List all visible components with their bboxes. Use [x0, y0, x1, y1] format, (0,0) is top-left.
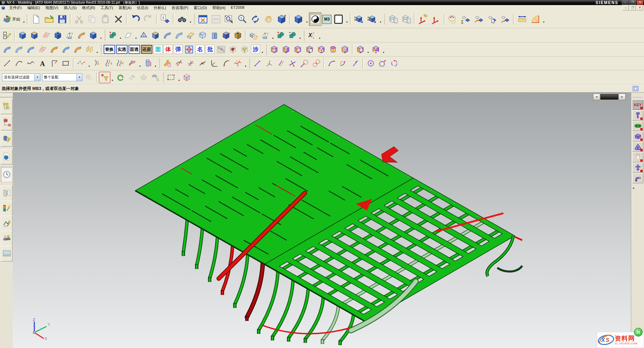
- flange-button[interactable]: [76, 30, 87, 41]
- join-curve-button[interactable]: [127, 58, 138, 69]
- thread-button[interactable]: [232, 30, 244, 41]
- palette-collapse-arrow[interactable]: ◂: [633, 186, 634, 190]
- tangent-circle-button[interactable]: [299, 58, 310, 69]
- undo-button[interactable]: [129, 12, 142, 26]
- spring-button[interactable]: 弹: [174, 45, 183, 54]
- toolbar-grip[interactable]: [193, 14, 195, 25]
- edit-spline-button[interactable]: [232, 58, 244, 69]
- pattern-curve-button-dropdown[interactable]: ▾: [119, 30, 122, 41]
- edit-spline-button-dropdown[interactable]: ▾: [244, 58, 247, 69]
- edit-section-button-dropdown[interactable]: ▾: [379, 13, 382, 25]
- close-window-button[interactable]: [196, 12, 209, 26]
- edit-curve-parameters-button[interactable]: [162, 58, 173, 69]
- part-navigator-tab[interactable]: [1, 131, 12, 147]
- mdi-close-button[interactable]: ✕: [637, 5, 643, 10]
- menu-文件F[interactable]: 文件(F): [6, 5, 25, 10]
- menu-格式R[interactable]: 格式(R): [79, 5, 98, 10]
- visualization-shortcuts-tab[interactable]: [1, 216, 12, 231]
- horizontal-scrollbar[interactable]: ◄ ►: [593, 93, 626, 100]
- mdi-restore-button[interactable]: ❐: [630, 5, 636, 10]
- subtract-button[interactable]: −: [287, 30, 298, 41]
- trim-curve-button[interactable]: [173, 58, 185, 69]
- red-cube-display-button[interactable]: [227, 44, 239, 55]
- measure-angle-button[interactable]: [529, 12, 542, 26]
- body-button[interactable]: 体: [164, 45, 173, 54]
- assembly-navigator-tab[interactable]: [1, 99, 12, 114]
- display-style-button[interactable]: [309, 12, 322, 26]
- wrap-curve-button[interactable]: [142, 58, 153, 69]
- arc-button[interactable]: [13, 58, 25, 69]
- rectangle-select-button-dropdown[interactable]: ▾: [177, 72, 181, 83]
- swept-surface-button[interactable]: [37, 44, 48, 55]
- move-face-button[interactable]: [269, 44, 280, 55]
- copy-feature-button[interactable]: [355, 44, 366, 55]
- roles-tab[interactable]: [1, 231, 12, 246]
- vector-button[interactable]: [350, 58, 361, 69]
- zoom-in-out-button[interactable]: ±: [236, 12, 249, 26]
- face-button[interactable]: 面: [153, 45, 163, 54]
- part-template-punch[interactable]: [632, 152, 643, 162]
- divide-curve-button[interactable]: [197, 58, 208, 69]
- arc-snap-button[interactable]: [326, 58, 337, 69]
- corner-snap-button[interactable]: [338, 58, 349, 69]
- menu-ET2008[interactable]: ET2008: [228, 5, 247, 10]
- snap-view-button[interactable]: [430, 12, 442, 26]
- linear-dimension-button-dropdown[interactable]: ▾: [382, 44, 385, 55]
- edge-blend-button[interactable]: [150, 30, 161, 41]
- toolbar-grip[interactable]: [163, 72, 164, 83]
- start-menu-button-dropdown[interactable]: ▾: [22, 13, 26, 25]
- measure-distance-button[interactable]: [516, 12, 529, 26]
- part-template-block[interactable]: [632, 131, 643, 141]
- start-menu-button[interactable]: 开始: [1, 13, 22, 25]
- window-minimize-button[interactable]: –: [622, 0, 629, 5]
- menu-编辑E[interactable]: 编辑(E): [25, 5, 43, 10]
- paste-face-button[interactable]: [304, 44, 315, 55]
- datum-plane-button[interactable]: [122, 30, 134, 41]
- rectangle-select-button[interactable]: [166, 72, 177, 83]
- project-curve-button[interactable]: [91, 58, 103, 69]
- menu-信息I[interactable]: 信息(I): [134, 5, 151, 10]
- background-button-dropdown[interactable]: ▾: [345, 13, 349, 25]
- through-curve-mesh-button[interactable]: [25, 44, 36, 55]
- scrollbar-thumb[interactable]: [600, 94, 618, 100]
- copy-face-button[interactable]: [292, 44, 303, 55]
- trim-body-button[interactable]: [220, 30, 232, 41]
- layer-settings-button[interactable]: [387, 12, 399, 26]
- menu-装配A[interactable]: 装配(A): [116, 5, 134, 10]
- part-template-link[interactable]: [632, 121, 643, 131]
- face-translucent-button[interactable]: 面透: [129, 45, 140, 54]
- point-set-button[interactable]: [76, 58, 87, 69]
- scroll-right-button[interactable]: ►: [619, 94, 625, 100]
- background-button[interactable]: [332, 12, 345, 26]
- pattern-face-button[interactable]: [259, 30, 271, 41]
- boss-button[interactable]: [64, 30, 75, 41]
- pattern-face-button-dropdown[interactable]: ▾: [271, 30, 275, 41]
- bend-surface-button[interactable]: [72, 44, 83, 55]
- replace-button[interactable]: 替换: [104, 45, 115, 54]
- offset-surface-button[interactable]: [84, 44, 95, 55]
- menu-插入S[interactable]: 插入(S): [61, 5, 79, 10]
- snap-point-filter-button-dropdown[interactable]: ▾: [111, 72, 114, 83]
- part-template-plate[interactable]: [632, 142, 643, 152]
- zoom-window-button[interactable]: [223, 12, 236, 26]
- type-filter-combo-arrow[interactable]: ▼: [34, 74, 40, 81]
- information-button[interactable]: i: [159, 12, 172, 26]
- sketch-button[interactable]: [1, 30, 13, 41]
- toolbar-grip[interactable]: [100, 44, 102, 55]
- interference-button[interactable]: 涉: [251, 45, 260, 54]
- profile-button[interactable]: [48, 58, 60, 69]
- interference-button-dropdown[interactable]: ▾: [261, 44, 264, 55]
- pattern-curve-button[interactable]: +: [107, 30, 118, 41]
- menu-窗口O[interactable]: 窗口(O): [191, 5, 210, 10]
- subtract-button-dropdown[interactable]: ▾: [298, 30, 302, 41]
- snap-point-button[interactable]: [263, 58, 275, 69]
- yellow-cube-display-button[interactable]: [239, 44, 250, 55]
- show-hide-button[interactable]: [460, 12, 472, 26]
- shell-button[interactable]: [197, 30, 208, 41]
- extrude-button[interactable]: [17, 30, 28, 41]
- toolbar-grip[interactable]: [158, 58, 160, 69]
- block-button-dropdown[interactable]: ▾: [99, 30, 103, 41]
- datum-plane-button-dropdown[interactable]: ▾: [134, 30, 138, 41]
- fillet-curve-button[interactable]: [209, 58, 220, 69]
- window-close-button[interactable]: ✕: [637, 0, 643, 5]
